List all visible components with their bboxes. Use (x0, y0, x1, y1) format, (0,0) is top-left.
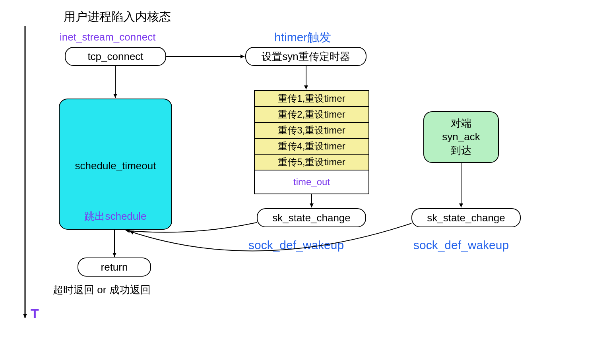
table-row: 重传1,重设timer (255, 91, 368, 107)
retransmit-table: 重传1,重设timer 重传2,重设timer 重传3,重设timer 重传4,… (254, 90, 369, 194)
set-syn-timer-node: 设置syn重传定时器 (245, 47, 366, 66)
tcp-connect-node: tcp_connect (65, 47, 166, 66)
diagram-title: 用户进程陷入内核态 (64, 9, 171, 25)
sk-state-change-1-label: sk_state_change (272, 212, 351, 224)
return-note: 超时返回 or 成功返回 (53, 283, 151, 297)
htimer-label: htimer触发 (274, 29, 331, 46)
sk-state-change-2-node: sk_state_change (411, 208, 521, 227)
peer-syn-ack-box: 对端 syn_ack 到达 (423, 111, 499, 163)
sock-def-wakeup-2: sock_def_wakeup (413, 238, 509, 252)
schedule-timeout-box: schedule_timeout 跳出schedule (59, 99, 172, 230)
peer-l2: syn_ack (442, 130, 480, 144)
timeout-row: time_out (255, 170, 368, 194)
schedule-timeout-label: schedule_timeout (60, 160, 171, 172)
table-row: 重传5,重设timer (255, 155, 368, 170)
time-axis-label: T (31, 306, 39, 321)
jump-out-schedule-label: 跳出schedule (60, 209, 171, 223)
sk-state-change-2-label: sk_state_change (427, 212, 505, 224)
peer-l1: 对端 (451, 117, 471, 130)
table-row: 重传4,重设timer (255, 139, 368, 155)
peer-l3: 到达 (451, 144, 471, 157)
inet-stream-connect-label: inet_stream_connect (60, 31, 155, 43)
sock-def-wakeup-1: sock_def_wakeup (248, 238, 344, 252)
sk-state-change-1-node: sk_state_change (257, 208, 366, 227)
table-row: 重传3,重设timer (255, 123, 368, 139)
table-row: 重传2,重设timer (255, 107, 368, 123)
return-node: return (78, 258, 151, 277)
tcp-connect-label: tcp_connect (87, 50, 143, 63)
return-label: return (101, 261, 128, 273)
set-syn-timer-label: 设置syn重传定时器 (262, 50, 350, 64)
